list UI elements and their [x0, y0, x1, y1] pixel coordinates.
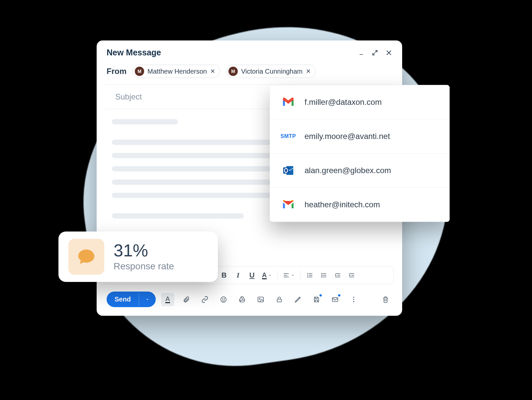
- response-rate-value: 31%: [114, 242, 174, 259]
- from-label: From: [107, 67, 127, 76]
- placeholder-line: [112, 119, 178, 124]
- underline-icon[interactable]: U: [246, 269, 258, 281]
- avatar: M: [228, 67, 238, 76]
- close-icon[interactable]: [386, 49, 392, 56]
- chip-remove-icon[interactable]: ✕: [306, 68, 311, 75]
- gmail-icon: [281, 198, 295, 212]
- attachment-icon[interactable]: [180, 293, 193, 306]
- placeholder-line: [112, 179, 277, 185]
- bold-icon[interactable]: B: [218, 269, 230, 281]
- italic-icon[interactable]: I: [232, 269, 244, 281]
- account-email: emily.moore@avanti.net: [305, 132, 390, 141]
- bulleted-list-icon[interactable]: [318, 269, 330, 281]
- send-button: Send: [107, 292, 156, 307]
- drive-icon[interactable]: [235, 293, 249, 306]
- expand-icon[interactable]: [372, 49, 378, 56]
- svg-point-2: [321, 276, 322, 277]
- placeholder-line: [112, 166, 277, 171]
- text-color-select[interactable]: A: [260, 269, 274, 281]
- gmail-icon: [281, 95, 295, 109]
- svg-point-4: [222, 299, 223, 299]
- numbered-list-icon[interactable]: [304, 269, 316, 281]
- chip-name: Victoria Cunningham: [241, 68, 303, 75]
- indent-more-icon[interactable]: [346, 269, 358, 281]
- smtp-icon: SMTP: [281, 129, 295, 143]
- indent-less-icon[interactable]: [332, 269, 344, 281]
- account-option[interactable]: f.miller@dataxon.com: [270, 85, 449, 119]
- account-option[interactable]: SMTP emily.moore@avanti.net: [270, 119, 449, 154]
- emoji-icon[interactable]: [217, 293, 230, 306]
- placeholder-line: [112, 153, 277, 158]
- recipient-chip[interactable]: M Victoria Cunningham ✕: [226, 65, 316, 78]
- svg-point-3: [221, 297, 226, 302]
- account-dropdown: f.miller@dataxon.com SMTP emily.moore@av…: [270, 85, 450, 222]
- title-bar: New Message: [97, 40, 402, 61]
- smtp-badge: SMTP: [281, 133, 296, 139]
- send-dropdown[interactable]: [139, 293, 156, 306]
- svg-rect-6: [258, 297, 264, 302]
- window-controls: [358, 49, 392, 56]
- confidential-icon[interactable]: [273, 293, 286, 306]
- subject-placeholder: Subject: [115, 92, 142, 101]
- notification-dot: [319, 294, 322, 297]
- svg-point-0: [321, 273, 322, 274]
- save-template-icon[interactable]: [310, 293, 323, 306]
- align-select[interactable]: [281, 269, 297, 281]
- minimize-icon[interactable]: [358, 50, 364, 56]
- svg-point-5: [224, 299, 225, 299]
- svg-rect-8: [277, 299, 281, 302]
- notification-dot: [338, 294, 340, 297]
- from-row: From M Matthew Henderson ✕ M Victoria Cu…: [97, 61, 402, 85]
- signature-icon[interactable]: [291, 293, 305, 306]
- svg-point-12: [353, 301, 354, 302]
- response-rate-card: 31% Response rate: [58, 232, 218, 282]
- trash-icon[interactable]: [379, 293, 392, 306]
- svg-point-10: [353, 297, 354, 298]
- more-options-icon[interactable]: [347, 293, 360, 306]
- response-rate-label: Response rate: [114, 261, 174, 272]
- link-icon[interactable]: [198, 293, 212, 306]
- account-option[interactable]: alan.green@globex.com: [270, 154, 449, 188]
- compose-actions: Send A: [97, 284, 402, 316]
- avatar: M: [135, 67, 144, 76]
- schedule-send-icon[interactable]: [328, 293, 342, 306]
- chip-name: Matthew Henderson: [147, 68, 207, 75]
- svg-point-7: [259, 298, 260, 299]
- recipient-chip[interactable]: M Matthew Henderson ✕: [133, 65, 220, 78]
- send-main[interactable]: Send: [107, 292, 139, 307]
- outlook-icon: [281, 164, 295, 177]
- text-format-icon[interactable]: A: [161, 293, 174, 306]
- svg-rect-9: [332, 298, 338, 301]
- account-email: heather@initech.com: [305, 200, 380, 209]
- chat-icon: [68, 239, 104, 275]
- image-icon[interactable]: [254, 293, 267, 306]
- placeholder-line: [112, 213, 244, 219]
- placeholder-line: [112, 140, 277, 145]
- svg-point-11: [353, 299, 354, 300]
- account-email: f.miller@dataxon.com: [305, 98, 382, 107]
- account-email: alan.green@globex.com: [305, 166, 391, 175]
- account-option[interactable]: heather@initech.com: [270, 188, 449, 222]
- toolbar-divider: [300, 270, 301, 280]
- window-title: New Message: [107, 48, 161, 57]
- placeholder-line: [112, 193, 277, 198]
- toolbar-divider: [277, 270, 278, 280]
- svg-point-1: [321, 275, 322, 276]
- chip-remove-icon[interactable]: ✕: [210, 68, 215, 75]
- response-rate-text: 31% Response rate: [114, 242, 174, 272]
